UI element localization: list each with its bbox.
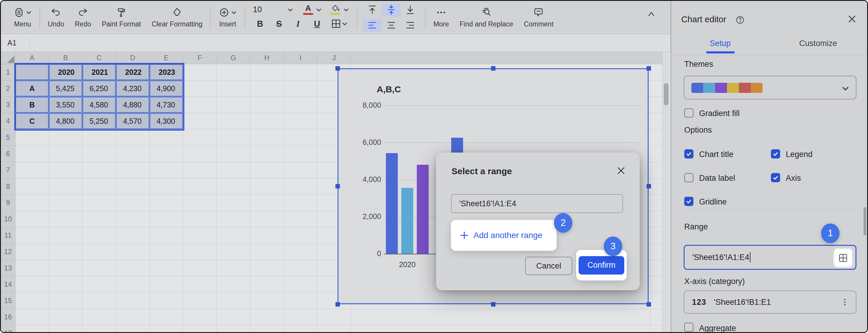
- cell-C14[interactable]: [83, 276, 116, 293]
- comment-button[interactable]: Comment: [519, 1, 559, 34]
- cell-B15[interactable]: [49, 293, 83, 309]
- row-header-17[interactable]: 17: [1, 325, 16, 332]
- underline-button[interactable]: U: [308, 17, 327, 30]
- vertical-align-top-button[interactable]: [363, 3, 382, 16]
- menu-button[interactable]: Menu: [8, 1, 37, 34]
- bar-B-2020[interactable]: [401, 188, 413, 254]
- cell-A2[interactable]: A: [16, 81, 49, 97]
- cell-B14[interactable]: [49, 276, 83, 293]
- cell-I7[interactable]: [284, 162, 317, 178]
- cell-F12[interactable]: [183, 244, 217, 260]
- cell-G3[interactable]: [217, 97, 250, 113]
- cell-E3[interactable]: 4,730: [150, 97, 183, 113]
- cell-C4[interactable]: 5,250: [83, 113, 116, 129]
- insert-button[interactable]: Insert: [213, 1, 242, 34]
- help-icon[interactable]: [735, 15, 745, 25]
- cell-D5[interactable]: [116, 129, 150, 146]
- cell-D9[interactable]: [116, 195, 150, 211]
- cell-B17[interactable]: [49, 325, 83, 332]
- cell-I16[interactable]: [284, 309, 317, 325]
- cell-F7[interactable]: [183, 162, 217, 178]
- cell-B4[interactable]: 4,800: [49, 113, 83, 129]
- cell-A12[interactable]: [16, 244, 49, 260]
- row-header-2[interactable]: 2: [1, 81, 16, 97]
- close-icon[interactable]: [847, 14, 857, 24]
- row-header-11[interactable]: 11: [1, 228, 16, 244]
- cell-H12[interactable]: [250, 244, 284, 260]
- undo-button[interactable]: Undo: [42, 1, 69, 34]
- cell-D15[interactable]: [116, 293, 150, 309]
- cell-H1[interactable]: [250, 64, 284, 81]
- cell-F10[interactable]: [183, 211, 217, 228]
- cell-B11[interactable]: [49, 228, 83, 244]
- column-header-I[interactable]: I: [284, 52, 317, 64]
- cell-B10[interactable]: [49, 211, 83, 228]
- cell-C7[interactable]: [83, 162, 116, 178]
- range-input[interactable]: 'Sheet16'!A1:E4: [451, 194, 623, 213]
- chart-resize-handle[interactable]: [491, 66, 495, 71]
- chart-resize-handle[interactable]: [647, 66, 651, 71]
- cell-F8[interactable]: [183, 178, 217, 195]
- vertical-align-middle-button[interactable]: [382, 3, 401, 16]
- cell-F9[interactable]: [183, 195, 217, 211]
- add-another-range-button[interactable]: Add another range: [451, 220, 557, 251]
- cell-G7[interactable]: [217, 162, 250, 178]
- cell-H10[interactable]: [250, 211, 284, 228]
- bold-button[interactable]: B: [251, 17, 270, 30]
- cell-I9[interactable]: [284, 195, 317, 211]
- cell-A3[interactable]: B: [16, 97, 49, 113]
- cell-D6[interactable]: [116, 146, 150, 162]
- fill-color-button[interactable]: [330, 4, 349, 15]
- cell-G1[interactable]: [217, 64, 250, 81]
- cell-H11[interactable]: [250, 228, 284, 244]
- row-header-6[interactable]: 6: [1, 146, 16, 162]
- cell-B6[interactable]: [49, 146, 83, 162]
- cell-B13[interactable]: [49, 260, 83, 276]
- name-box[interactable]: A1: [7, 38, 17, 47]
- cell-A7[interactable]: [16, 162, 49, 178]
- cell-C6[interactable]: [83, 146, 116, 162]
- cell-D2[interactable]: 4,230: [116, 81, 150, 97]
- align-left-button[interactable]: [363, 19, 382, 32]
- paint-format-button[interactable]: Paint Format: [96, 1, 146, 34]
- cell-I14[interactable]: [284, 276, 317, 293]
- cell-B16[interactable]: [49, 309, 83, 325]
- cell-J17[interactable]: [317, 325, 351, 332]
- cell-F3[interactable]: [183, 97, 217, 113]
- cell-H9[interactable]: [250, 195, 284, 211]
- cell-F5[interactable]: [183, 129, 217, 146]
- cell-F14[interactable]: [183, 276, 217, 293]
- cell-D14[interactable]: [116, 276, 150, 293]
- row-header-9[interactable]: 9: [1, 195, 16, 211]
- kebab-menu-icon[interactable]: [840, 297, 850, 307]
- cell-E16[interactable]: [150, 309, 183, 325]
- align-right-button[interactable]: [401, 19, 420, 32]
- cell-E12[interactable]: [150, 244, 183, 260]
- cell-C9[interactable]: [83, 195, 116, 211]
- cell-G8[interactable]: [217, 178, 250, 195]
- cell-B9[interactable]: [49, 195, 83, 211]
- cell-C11[interactable]: [83, 228, 116, 244]
- cell-E10[interactable]: [150, 211, 183, 228]
- cell-G2[interactable]: [217, 81, 250, 97]
- cell-D11[interactable]: [116, 228, 150, 244]
- cell-F17[interactable]: [183, 325, 217, 332]
- cell-D1[interactable]: 2022: [116, 64, 150, 81]
- cell-G11[interactable]: [217, 228, 250, 244]
- cell-G9[interactable]: [217, 195, 250, 211]
- chart-resize-handle[interactable]: [647, 184, 651, 188]
- cell-E6[interactable]: [150, 146, 183, 162]
- cell-C16[interactable]: [83, 309, 116, 325]
- cell-E5[interactable]: [150, 129, 183, 146]
- row-header-1[interactable]: 1: [1, 64, 16, 81]
- cell-F4[interactable]: [183, 113, 217, 129]
- cell-D13[interactable]: [116, 260, 150, 276]
- cell-A15[interactable]: [16, 293, 49, 309]
- row-header-15[interactable]: 15: [1, 293, 16, 309]
- more-button[interactable]: More: [428, 1, 454, 34]
- cell-C2[interactable]: 6,250: [83, 81, 116, 97]
- column-header-F[interactable]: F: [183, 52, 217, 64]
- cell-H14[interactable]: [250, 276, 284, 293]
- redo-button[interactable]: Redo: [69, 1, 96, 34]
- cell-I8[interactable]: [284, 178, 317, 195]
